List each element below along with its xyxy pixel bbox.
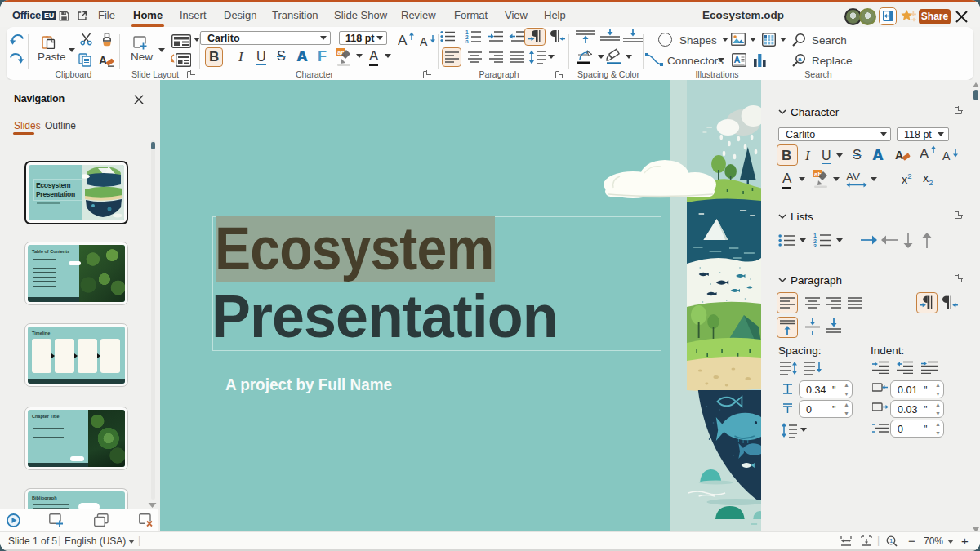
svg-text:3: 3 [813, 243, 817, 248]
svg-text:a: a [798, 56, 802, 63]
svg-text:AV: AV [846, 171, 860, 183]
svg-text:A: A [734, 55, 741, 64]
svg-text:A: A [398, 33, 408, 47]
svg-text:A: A [99, 54, 107, 67]
svg-text:A: A [942, 149, 951, 162]
svg-text:3: 3 [466, 39, 469, 44]
svg-text:1: 1 [889, 537, 893, 544]
svg-text:A: A [895, 149, 903, 162]
svg-text:A: A [420, 35, 428, 47]
svg-text:A: A [920, 146, 929, 160]
